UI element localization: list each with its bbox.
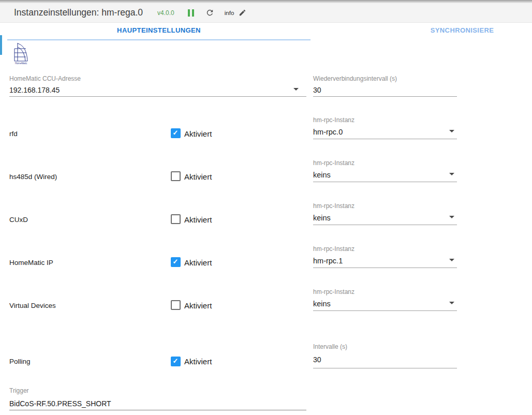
virtual-devices-enabled-checkbox[interactable] <box>171 300 181 310</box>
polling-interval-label: Intervalle (s) <box>313 343 347 350</box>
chevron-down-icon[interactable] <box>449 259 454 261</box>
homematic-ip-enabled-checkbox[interactable] <box>171 257 181 267</box>
left-scrollbar-thumb[interactable] <box>0 35 2 55</box>
instance-select-label: hm-rpc-Instanz <box>313 245 354 253</box>
ccu-address-label: HomeMatic CCU-Adresse <box>9 75 81 82</box>
tab-haupteinstellungen[interactable]: HAUPTEINSTELLUNGEN <box>7 23 311 39</box>
chevron-down-icon[interactable] <box>293 88 299 91</box>
tab-synchronisiere[interactable]: SYNCHRONISIERE <box>311 23 532 39</box>
pause-icon <box>188 9 190 17</box>
dialog-top-shadow <box>0 0 532 3</box>
pause-icon <box>192 9 194 17</box>
field-underline <box>313 368 457 368</box>
dialog-header: Instanzeinstellungen: hm-rega.0 v4.0.0 i… <box>0 0 532 23</box>
service-name: Virtual Devices <box>9 302 56 309</box>
reconnect-interval-label: Wiederverbindungsintervall (s) <box>313 75 397 82</box>
pause-button[interactable] <box>188 9 194 17</box>
chevron-down-icon[interactable] <box>449 216 454 218</box>
service-name: Polling <box>9 358 31 365</box>
field-underline <box>313 96 457 97</box>
cuxd-instance-select[interactable]: keins <box>313 214 331 222</box>
field-underline <box>313 139 457 139</box>
info-link[interactable]: info <box>225 10 234 16</box>
ccu-address-field: HomeMatic CCU-Adresse 192.168.178.45 Wie… <box>0 73 532 99</box>
polling-enabled-checkbox[interactable] <box>171 357 181 366</box>
field-underline <box>313 268 457 268</box>
checkbox-label: Aktiviert <box>184 301 212 310</box>
homematic-logo: HomeMatic <box>12 42 31 65</box>
service-row-hs485d: hs485d (Wired) Aktiviert hm-rpc-Instanz … <box>0 157 532 194</box>
service-row-homematic-ip: HomeMatic IP Aktiviert hm-rpc-Instanz hm… <box>0 243 532 280</box>
instance-select-label: hm-rpc-Instanz <box>313 288 354 295</box>
service-row-rfd: rfd Aktiviert hm-rpc-Instanz hm-rpc.0 <box>0 114 532 151</box>
homematic-ip-instance-select[interactable]: hm-rpc.1 <box>313 257 343 265</box>
service-row-cuxd: CUxD Aktiviert hm-rpc-Instanz keins <box>0 200 532 237</box>
service-name: rfd <box>9 130 18 138</box>
field-underline <box>9 96 306 97</box>
checkbox-label: Aktiviert <box>184 172 212 181</box>
rfd-instance-select[interactable]: hm-rpc.0 <box>313 128 343 136</box>
virtual-devices-instance-select[interactable]: keins <box>313 300 331 308</box>
service-name: CUxD <box>9 216 28 224</box>
trigger-input[interactable]: BidCoS-RF.50.PRESS_SHORT <box>9 399 111 408</box>
settings-tabs: HAUPTEINSTELLUNGEN SYNCHRONISIERE <box>0 23 532 40</box>
checkbox-label: Aktiviert <box>184 258 212 267</box>
hs485d-enabled-checkbox[interactable] <box>171 171 181 181</box>
checkbox-label: Aktiviert <box>184 129 212 138</box>
refresh-button[interactable] <box>205 8 214 17</box>
field-underline <box>313 310 457 311</box>
field-underline <box>313 182 457 182</box>
chevron-down-icon[interactable] <box>449 302 454 304</box>
chevron-down-icon[interactable] <box>449 130 454 132</box>
instance-select-label: hm-rpc-Instanz <box>313 116 354 124</box>
trigger-label: Trigger <box>9 387 29 394</box>
instance-select-label: hm-rpc-Instanz <box>313 202 354 210</box>
field-underline <box>9 410 306 410</box>
edit-pencil-icon[interactable] <box>239 9 246 17</box>
reconnect-interval-value[interactable]: 30 <box>313 86 321 94</box>
polling-interval-input[interactable]: 30 <box>313 355 321 364</box>
service-name: HomeMatic IP <box>9 259 53 266</box>
ccu-address-value[interactable]: 192.168.178.45 <box>9 86 60 94</box>
trigger-field: Trigger BidCoS-RF.50.PRESS_SHORT <box>0 387 532 413</box>
rfd-enabled-checkbox[interactable] <box>171 128 181 138</box>
checkbox-label: Aktiviert <box>184 215 212 224</box>
hs485d-instance-select[interactable]: keins <box>313 171 331 179</box>
chevron-down-icon[interactable] <box>449 173 454 175</box>
active-tab-indicator <box>7 39 311 40</box>
field-underline <box>313 225 457 225</box>
adapter-version-badge: v4.0.0 <box>157 9 174 17</box>
instance-settings-dialog: Instanzeinstellungen: hm-rega.0 v4.0.0 i… <box>0 0 532 415</box>
logo-wordmark: HomeMatic <box>15 62 27 65</box>
cuxd-enabled-checkbox[interactable] <box>171 214 181 224</box>
checkbox-label: Aktiviert <box>184 357 212 366</box>
instance-select-label: hm-rpc-Instanz <box>313 159 354 167</box>
service-row-virtual-devices: Virtual Devices Aktiviert hm-rpc-Instanz… <box>0 286 532 323</box>
service-row-polling: Polling Aktiviert Intervalle (s) 30 <box>0 342 532 379</box>
dialog-title: Instanzeinstellungen: hm-rega.0 <box>14 7 143 18</box>
service-name: hs485d (Wired) <box>9 173 57 181</box>
